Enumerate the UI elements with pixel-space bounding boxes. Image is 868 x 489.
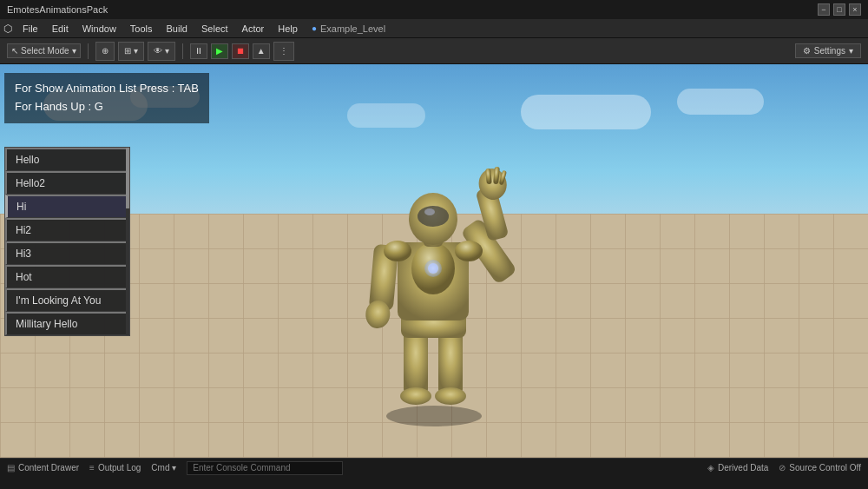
dropdown-arrow-icon: ▾	[72, 46, 76, 56]
right-foot	[435, 387, 466, 405]
play-icon: ▶	[216, 46, 223, 56]
character-area	[0, 108, 868, 429]
menu-window[interactable]: Window	[76, 22, 123, 36]
output-log-button[interactable]: ≡ Output Log	[89, 463, 141, 472]
eject-icon: ▲	[257, 46, 266, 56]
restore-button[interactable]: □	[833, 3, 845, 16]
title-bar-title: EmotesAnimationsPack	[7, 4, 108, 15]
animation-item-3[interactable]: Hi2	[5, 218, 129, 241]
console-input[interactable]	[187, 461, 343, 475]
log-icon: ≡	[89, 463, 95, 472]
ue-logo-icon: ⬡	[3, 23, 12, 35]
source-control-button[interactable]: ⊘ Source Control Off	[779, 463, 861, 472]
level-name: Example_Level	[320, 23, 385, 34]
level-indicator: ● Example_Level	[312, 23, 385, 34]
character-svg	[339, 116, 529, 429]
visor-shine	[424, 208, 435, 215]
settings-arrow-icon: ▾	[849, 46, 853, 56]
transform-btn[interactable]: ⊕	[95, 42, 115, 61]
animation-list-panel: HelloHello2HiHi2Hi3HotI'm Looking At You…	[4, 147, 130, 336]
cmd-dropdown[interactable]: Cmd ▾	[151, 463, 176, 472]
viewport: For Show Animation List Press : TAB For …	[0, 64, 868, 458]
animation-item-7[interactable]: Millitary Hello	[5, 312, 129, 335]
source-control-icon: ⊘	[779, 463, 786, 472]
settings-label: Settings	[814, 46, 845, 56]
view-arrow: ▾	[165, 46, 169, 56]
animation-item-2[interactable]: Hi	[5, 195, 129, 218]
right-shoulder	[455, 241, 483, 261]
minimize-button[interactable]: −	[818, 3, 830, 16]
derived-icon: ◈	[707, 463, 714, 472]
character-model	[339, 116, 529, 429]
helmet-visor	[418, 206, 449, 227]
select-mode-label: Select Mode	[21, 46, 69, 56]
pause-icon: ⏸	[194, 46, 203, 56]
scrollbar-thumb	[126, 148, 129, 208]
animation-item-0[interactable]: Hello	[5, 148, 129, 171]
separator-2	[182, 43, 183, 59]
transform-icon: ⊕	[102, 46, 108, 56]
left-shoulder	[384, 241, 411, 261]
menu-edit[interactable]: Edit	[45, 22, 76, 36]
animation-list-scrollbar[interactable]	[126, 148, 129, 335]
settings-button[interactable]: ⚙ Settings ▾	[795, 43, 861, 58]
menu-help[interactable]: Help	[271, 22, 305, 36]
menu-select[interactable]: Select	[194, 22, 235, 36]
hud-line-2: For Hands Up : G	[15, 98, 199, 116]
hud-line-1: For Show Animation List Press : TAB	[15, 80, 199, 98]
output-log-label: Output Log	[98, 463, 141, 472]
snap-btn[interactable]: ⊞▾	[118, 42, 144, 61]
title-bar: EmotesAnimationsPack − □ ×	[0, 0, 868, 19]
content-drawer-label: Content Drawer	[18, 463, 79, 472]
eject-button[interactable]: ▲	[253, 43, 270, 59]
pause-button[interactable]: ⏸	[190, 43, 207, 59]
separator-1	[88, 43, 89, 59]
toolbar: ↖ Select Mode ▾ ⊕ ⊞▾ 👁▾ ⏸ ▶ ⏹ ▲ ⋮ ⚙ Sett…	[0, 38, 868, 64]
menu-file[interactable]: File	[16, 22, 45, 36]
animation-item-5[interactable]: Hot	[5, 265, 129, 288]
menu-actor[interactable]: Actor	[235, 22, 272, 36]
cmd-label: Cmd ▾	[151, 463, 176, 472]
cursor-icon: ↖	[11, 46, 18, 56]
animation-item-6[interactable]: I'm Looking At You	[5, 288, 129, 312]
drawer-icon: ▤	[7, 463, 15, 472]
content-drawer-button[interactable]: ▤ Content Drawer	[7, 463, 79, 472]
stop-icon: ⏹	[236, 46, 245, 56]
title-bar-controls: − □ ×	[818, 3, 861, 16]
menu-build[interactable]: Build	[160, 22, 194, 36]
menu-tools[interactable]: Tools	[123, 22, 160, 36]
more-icon: ⋮	[279, 46, 288, 56]
left-foot	[400, 387, 431, 405]
status-right: ◈ Derived Data ⊘ Source Control Off	[707, 463, 861, 472]
view-icon: 👁	[154, 46, 162, 56]
settings-icon: ⚙	[803, 46, 811, 56]
arc-reactor-inner	[428, 263, 438, 274]
menu-bar: ⬡ File Edit Window Tools Build Select Ac…	[0, 19, 868, 38]
derived-data-button[interactable]: ◈ Derived Data	[707, 463, 768, 472]
stop-button[interactable]: ⏹	[232, 43, 249, 59]
view-btn[interactable]: 👁▾	[148, 42, 175, 61]
select-mode-dropdown[interactable]: ↖ Select Mode ▾	[7, 43, 81, 58]
snap-arrow: ▾	[134, 46, 138, 56]
close-button[interactable]: ×	[849, 3, 861, 16]
character-shadow	[386, 406, 482, 426]
animation-item-4[interactable]: Hi3	[5, 241, 129, 265]
more-options-btn[interactable]: ⋮	[273, 42, 294, 61]
derived-data-label: Derived Data	[718, 463, 768, 472]
hud-instructions: For Show Animation List Press : TAB For …	[4, 73, 209, 123]
snap-icon: ⊞	[124, 46, 131, 56]
source-control-label: Source Control Off	[789, 463, 861, 472]
play-button[interactable]: ▶	[211, 43, 228, 59]
animation-item-1[interactable]: Hello2	[5, 171, 129, 195]
status-bar: ▤ Content Drawer ≡ Output Log Cmd ▾ ◈ De…	[0, 458, 868, 477]
title-bar-left: EmotesAnimationsPack	[7, 4, 108, 15]
